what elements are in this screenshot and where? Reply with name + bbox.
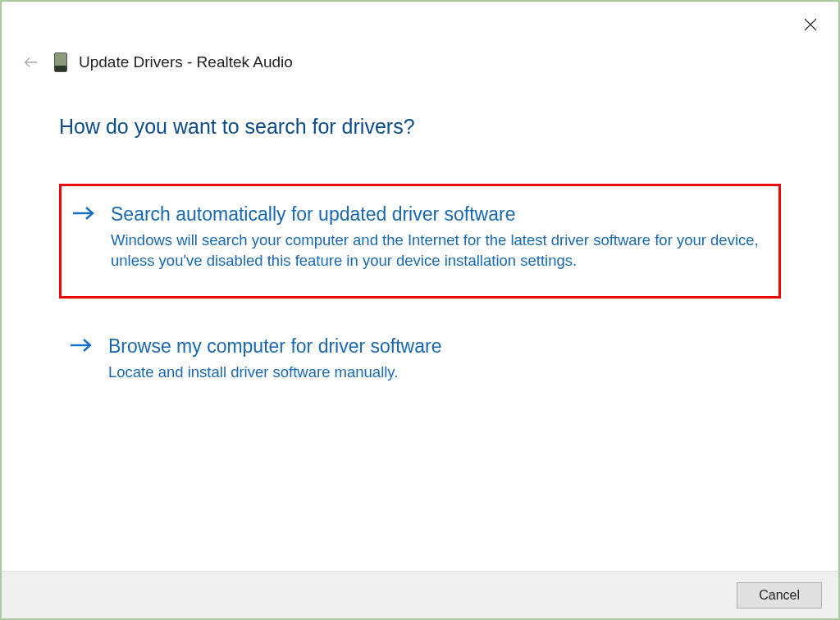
- option-description: Locate and install driver software manua…: [108, 362, 771, 383]
- option-description: Windows will search your computer and th…: [111, 230, 769, 271]
- cancel-button[interactable]: Cancel: [737, 582, 822, 609]
- close-icon: [804, 18, 817, 31]
- option-text-block: Browse my computer for driver software L…: [108, 335, 771, 383]
- option-title: Search automatically for updated driver …: [111, 203, 769, 227]
- option-text-block: Search automatically for updated driver …: [111, 203, 769, 271]
- back-arrow-icon: [22, 53, 40, 71]
- wizard-header: Update Drivers - Realtek Audio: [2, 2, 838, 82]
- wizard-content: How do you want to search for drivers? S…: [2, 82, 838, 571]
- wizard-footer: Cancel: [2, 571, 838, 618]
- close-button[interactable]: [797, 11, 824, 38]
- wizard-title: Update Drivers - Realtek Audio: [79, 53, 293, 71]
- back-button[interactable]: [20, 51, 43, 74]
- update-drivers-wizard: Update Drivers - Realtek Audio How do yo…: [0, 0, 840, 620]
- option-title: Browse my computer for driver software: [108, 335, 771, 359]
- search-automatically-option[interactable]: Search automatically for updated driver …: [59, 184, 781, 299]
- arrow-right-icon: [69, 335, 94, 358]
- audio-device-icon: [54, 52, 67, 72]
- search-heading: How do you want to search for drivers?: [59, 115, 781, 139]
- browse-computer-option[interactable]: Browse my computer for driver software L…: [59, 323, 781, 399]
- arrow-right-icon: [71, 203, 96, 226]
